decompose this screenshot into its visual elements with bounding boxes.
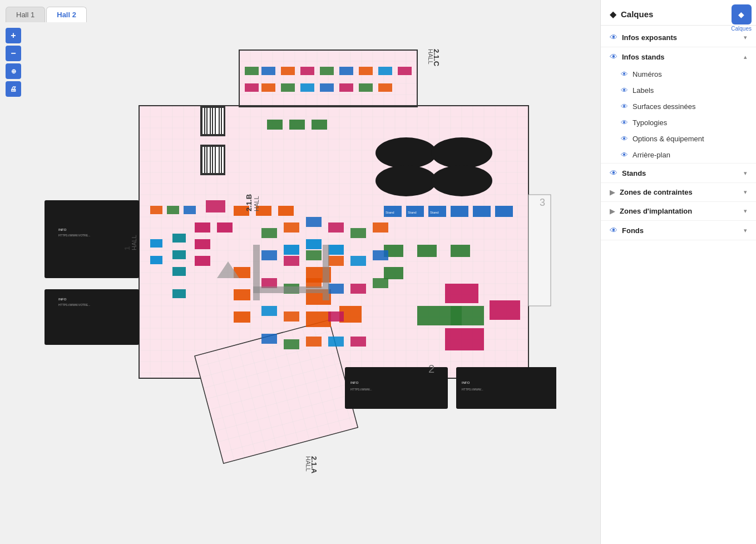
layer-sub-numerots[interactable]: 👁 Numéros (601, 66, 756, 82)
svg-rect-196 (300, 83, 314, 92)
svg-text:INFO: INFO (350, 381, 359, 384)
svg-rect-157 (206, 200, 225, 212)
layer-sub-typologies[interactable]: 👁 Typologies (601, 115, 756, 131)
svg-text:2.1.C: 2.1.C (432, 49, 441, 67)
calques-icon: ◆ (732, 4, 752, 24)
svg-rect-121 (312, 120, 327, 130)
svg-rect-213 (202, 147, 204, 173)
layer-infos-exposants-label: Infos exposants (622, 33, 739, 42)
layer-sub-options[interactable]: 👁 Options & équipement (601, 131, 756, 147)
layer-group-infos-stands: 👁 Infos stands ▴ 👁 Numéros 👁 Labels 👁 Su… (601, 47, 756, 164)
svg-rect-187 (300, 67, 314, 75)
layer-surfaces-label: Surfaces dessinées (633, 102, 695, 111)
svg-rect-138 (195, 222, 210, 233)
svg-rect-168 (350, 256, 366, 266)
tab-hall1[interactable]: Hall 1 (6, 7, 45, 22)
svg-text:Stand: Stand (408, 211, 417, 214)
eye-icon-fonds: 👁 (610, 226, 617, 235)
eye-icon-numeros: 👁 (621, 70, 628, 78)
reset-button[interactable]: ⊕ (6, 63, 21, 79)
layer-group-zones-implantation-header[interactable]: ▶ Zones d'implantation ▾ (601, 202, 756, 220)
svg-rect-166 (306, 250, 322, 260)
chevron-fonds-icon: ▾ (744, 227, 747, 234)
svg-rect-124 (451, 245, 470, 257)
layer-numeros-label: Numéros (633, 70, 662, 78)
svg-rect-160 (306, 217, 322, 227)
left-toolbar: + − ⊕ 🖨 (6, 28, 21, 97)
svg-rect-174 (350, 284, 366, 294)
svg-rect-222 (202, 108, 204, 134)
svg-rect-139 (217, 222, 233, 233)
svg-rect-140 (195, 239, 210, 249)
svg-rect-173 (328, 284, 344, 294)
floorplan[interactable]: HALL 2.1.C HALL 1 HALL 2.1.B 2 HALL 2.3.… (28, 33, 556, 489)
svg-rect-226 (213, 108, 215, 134)
svg-rect-154 (150, 206, 162, 214)
eye-icon-options: 👁 (621, 135, 628, 143)
layers-list: 👁 Infos exposants ▾ 👁 Infos stands ▴ 👁 N… (601, 26, 756, 544)
svg-rect-186 (281, 67, 295, 75)
svg-text:HTTPS://WWW...: HTTPS://WWW... (462, 388, 483, 391)
svg-rect-214 (205, 147, 206, 173)
layer-group-infos-stands-header[interactable]: 👁 Infos stands ▴ (601, 47, 756, 66)
eye-icon-stands: 👁 (610, 169, 617, 177)
svg-rect-144 (445, 328, 484, 350)
layer-typologies-label: Typologies (633, 118, 667, 127)
svg-point-105 (375, 137, 437, 169)
svg-rect-218 (216, 147, 219, 173)
svg-rect-228 (220, 108, 221, 134)
layer-group-fonds-header[interactable]: 👁 Fonds ▾ (601, 221, 756, 240)
svg-rect-109 (45, 200, 139, 278)
svg-text:HALL: HALL (131, 235, 137, 250)
svg-rect-197 (320, 83, 334, 92)
layer-group-zones-implantation: ▶ Zones d'implantation ▾ (601, 202, 756, 221)
svg-rect-216 (211, 147, 212, 173)
svg-rect-178 (328, 311, 344, 322)
layer-sub-surfaces[interactable]: 👁 Surfaces dessinées (601, 98, 756, 115)
zoom-in-button[interactable]: + (6, 28, 21, 43)
svg-rect-184 (245, 67, 259, 75)
svg-text:Stand: Stand (386, 211, 394, 214)
print-button[interactable]: 🖨 (6, 81, 21, 97)
layer-group-stands: 👁 Stands ▾ (601, 164, 756, 183)
panel-diamond-icon: ◆ (610, 9, 616, 19)
svg-rect-158 (261, 228, 277, 238)
layer-group-zones-contraintes: ▶ Zones de contraintes ▾ (601, 183, 756, 202)
panel-title: Calques (621, 9, 653, 19)
svg-rect-176 (261, 306, 277, 316)
layer-group-stands-header[interactable]: 👁 Stands ▾ (601, 164, 756, 182)
svg-rect-123 (417, 245, 437, 257)
svg-text:2.1.B: 2.1.B (245, 194, 253, 211)
svg-text:INFO: INFO (58, 298, 67, 301)
svg-rect-163 (373, 222, 388, 233)
svg-rect-150 (150, 256, 162, 264)
svg-rect-133 (234, 311, 250, 323)
svg-rect-162 (350, 228, 366, 238)
svg-text:2.1.A: 2.1.A (310, 456, 318, 474)
tab-hall2[interactable]: Hall 2 (46, 7, 87, 22)
svg-rect-161 (328, 222, 344, 233)
zoom-out-button[interactable]: − (6, 46, 21, 61)
svg-rect-141 (195, 256, 210, 266)
svg-rect-164 (261, 250, 277, 260)
svg-point-106 (431, 137, 492, 169)
svg-rect-188 (320, 67, 334, 75)
svg-rect-225 (211, 108, 212, 134)
pointer-icon-contraintes: ▶ (610, 188, 615, 196)
eye-icon-infos-stands: 👁 (610, 52, 617, 61)
layer-sub-arriere-plan[interactable]: 👁 Arrière-plan (601, 147, 756, 163)
layer-fonds-label: Fonds (622, 226, 739, 235)
svg-rect-189 (339, 67, 353, 75)
svg-rect-120 (289, 120, 305, 130)
pointer-icon-implantation: ▶ (610, 207, 615, 215)
layer-sub-labels[interactable]: 👁 Labels (601, 82, 756, 98)
layer-zones-contraintes-label: Zones de contraintes (620, 188, 739, 196)
map-area[interactable]: HALL 2.1.C HALL 1 HALL 2.1.B 2 HALL 2.3.… (0, 22, 600, 544)
layer-group-zones-contraintes-header[interactable]: ▶ Zones de contraintes ▾ (601, 183, 756, 201)
svg-rect-159 (284, 222, 299, 233)
layer-group-fonds: 👁 Fonds ▾ (601, 221, 756, 240)
svg-rect-183 (350, 337, 366, 347)
svg-text:HALL: HALL (253, 196, 260, 211)
calques-icon-button[interactable]: ◆ Calques (731, 4, 752, 32)
chevron-implantation-icon: ▾ (744, 207, 747, 215)
